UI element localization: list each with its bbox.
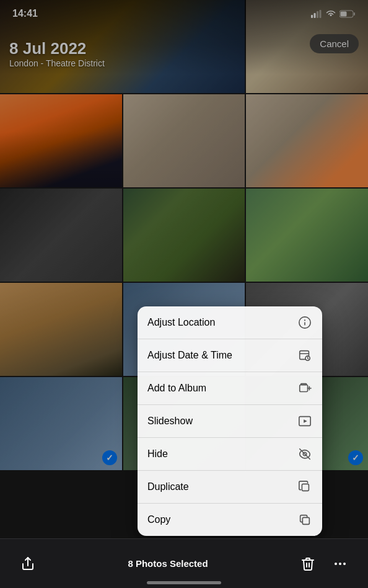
- menu-item-add-to-album[interactable]: Add to Album: [138, 372, 322, 405]
- svg-rect-14: [301, 384, 307, 385]
- eye-slash-icon: [297, 447, 312, 461]
- svg-rect-22: [302, 517, 309, 524]
- menu-item-adjust-date-time[interactable]: Adjust Date & Time: [138, 339, 322, 372]
- menu-item-copy[interactable]: Copy: [138, 504, 322, 536]
- svg-rect-13: [300, 385, 308, 392]
- bottom-toolbar: 8 Photos Selected: [0, 538, 368, 588]
- hide-label: Hide: [147, 448, 168, 460]
- adjust-date-time-label: Adjust Date & Time: [147, 350, 232, 361]
- share-button[interactable]: [15, 551, 40, 576]
- svg-point-24: [335, 563, 337, 565]
- svg-point-26: [343, 563, 346, 565]
- menu-item-hide[interactable]: Hide: [138, 438, 322, 471]
- adjust-location-label: Adjust Location: [147, 317, 215, 328]
- more-button[interactable]: [328, 551, 353, 576]
- context-menu: Adjust Location Adjust Date & Time Add t…: [138, 306, 322, 536]
- svg-marker-18: [304, 419, 307, 423]
- more-icon: [333, 556, 348, 571]
- delete-button[interactable]: [296, 551, 320, 576]
- copy-label: Copy: [147, 514, 170, 525]
- duplicate-icon: [297, 479, 312, 494]
- add-to-album-label: Add to Album: [147, 383, 206, 394]
- svg-rect-21: [302, 484, 309, 491]
- menu-item-adjust-location[interactable]: Adjust Location: [138, 306, 322, 339]
- play-icon: [297, 414, 312, 429]
- svg-point-25: [339, 563, 341, 565]
- info-circle-icon: [297, 315, 312, 330]
- copy-icon: [297, 512, 312, 527]
- add-album-icon: [297, 381, 312, 396]
- menu-item-duplicate[interactable]: Duplicate: [138, 471, 322, 504]
- share-icon: [20, 556, 35, 571]
- selected-count-label: 8 Photos Selected: [128, 558, 208, 569]
- slideshow-label: Slideshow: [147, 416, 193, 427]
- home-indicator: [147, 581, 221, 584]
- menu-item-slideshow[interactable]: Slideshow: [138, 405, 322, 438]
- calendar-clock-icon: [297, 348, 312, 363]
- trash-icon: [300, 556, 315, 571]
- duplicate-label: Duplicate: [147, 481, 189, 492]
